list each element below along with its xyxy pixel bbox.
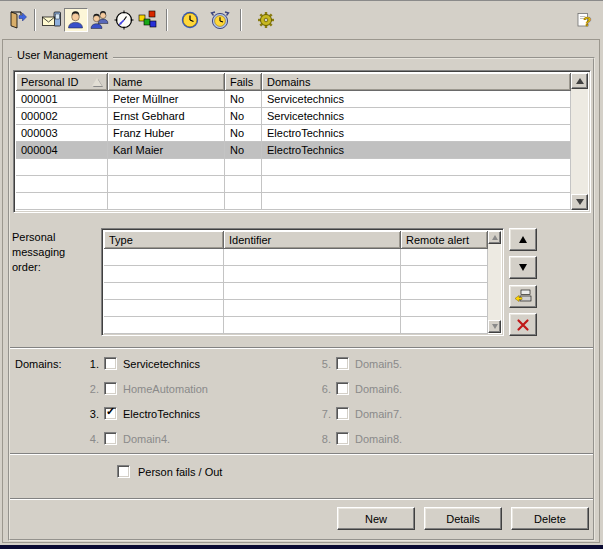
exit-button[interactable] [6, 8, 30, 32]
column-header-fails[interactable]: Fails [225, 73, 262, 91]
user-management-window: ? User Management Personal IDNameFailsDo… [0, 0, 603, 549]
sort-ascending-icon [92, 78, 102, 86]
modules-button[interactable] [136, 8, 160, 32]
domains-column-1: 1.Servicetechnics2.HomeAutomation3.✓Elec… [83, 351, 208, 451]
scroll-down-button[interactable] [571, 194, 588, 210]
domain-checkbox [336, 407, 349, 420]
column-header-label: Identifier [229, 234, 271, 246]
domain-item-domain6: 6.Domain6. [315, 376, 402, 401]
section-divider [10, 498, 593, 500]
table-cell: Karl Maier [108, 142, 225, 159]
column-header-remote-alert[interactable]: Remote alert [401, 231, 488, 249]
messaging-device-button[interactable] [40, 8, 64, 32]
column-header-domains[interactable]: Domains [262, 73, 571, 91]
users-table-row[interactable]: 000004Karl MaierNoElectroTechnics [16, 142, 571, 159]
column-header-label: Domains [267, 76, 310, 88]
groupbox-title: User Management [12, 49, 113, 61]
messaging-table-body [104, 249, 488, 334]
user-button[interactable] [64, 8, 88, 32]
column-header-label: Personal ID [21, 76, 78, 88]
table-cell [401, 300, 488, 317]
users-table-scrollbar[interactable] [571, 73, 588, 210]
users-icon [89, 9, 111, 31]
table-cell: Franz Huber [108, 125, 225, 142]
alarm-clock-icon [209, 9, 231, 31]
messaging-table-row-empty[interactable] [104, 300, 488, 317]
table-cell [401, 249, 488, 266]
scroll-up-button[interactable] [488, 231, 501, 244]
user-icon [65, 9, 87, 31]
domain-label: Domain6. [355, 383, 402, 395]
exit-icon [7, 9, 29, 31]
details-button[interactable]: Details [424, 507, 502, 530]
domain-label: Domain7. [355, 408, 402, 420]
column-header-label: Name [113, 76, 142, 88]
domain-checkbox[interactable]: ✓ [104, 407, 117, 420]
column-header-identifier[interactable]: Identifier [224, 231, 401, 249]
table-cell: ElectroTechnics [262, 142, 571, 159]
help-button[interactable]: ? [573, 8, 597, 32]
toolbar-separator [34, 9, 36, 31]
messaging-table-row-empty[interactable] [104, 317, 488, 334]
settings-gear-icon [255, 9, 277, 31]
column-header-type[interactable]: Type [104, 231, 224, 249]
messaging-table-row-empty[interactable] [104, 249, 488, 266]
messaging-table-scrollbar[interactable] [488, 231, 501, 333]
users-button[interactable] [88, 8, 112, 32]
table-cell [401, 317, 488, 334]
table-cell: No [225, 125, 262, 142]
toolbar-separator [240, 9, 242, 31]
modules-icon [137, 9, 159, 31]
timer-button[interactable] [112, 8, 136, 32]
delete-entry-button[interactable] [509, 313, 537, 336]
table-cell: Ernst Gebhard [108, 108, 225, 125]
messaging-table-row-empty[interactable] [104, 283, 488, 300]
messaging-table-header: TypeIdentifierRemote alert [104, 231, 488, 249]
new-button[interactable]: New [337, 507, 415, 530]
clock-button[interactable] [178, 8, 202, 32]
alarm-clock-button[interactable] [208, 8, 232, 32]
domain-checkbox[interactable] [104, 357, 117, 370]
table-cell [104, 317, 224, 334]
users-table-row[interactable]: 000003Franz HuberNoElectroTechnics [16, 125, 571, 142]
section-divider [10, 347, 593, 349]
users-table: Personal IDNameFailsDomains 000001Peter … [13, 70, 591, 213]
move-down-button[interactable] [509, 256, 537, 279]
table-cell [104, 283, 224, 300]
table-cell: 000002 [16, 108, 108, 125]
messaging-table-row-empty[interactable] [104, 266, 488, 283]
person-fails-label: Person fails / Out [138, 466, 222, 478]
users-table-row[interactable]: 000001Peter MüllnerNoServicetechnics [16, 91, 571, 108]
users-table-row-empty[interactable] [16, 159, 571, 176]
domain-number: 6. [315, 383, 331, 395]
table-cell [224, 249, 401, 266]
column-header-personal-id[interactable]: Personal ID [16, 73, 108, 91]
person-fails-checkbox[interactable] [117, 465, 130, 478]
users-table-row-empty[interactable] [16, 176, 571, 193]
down-arrow-icon [519, 264, 527, 271]
column-header-label: Type [109, 234, 133, 246]
delete-button[interactable]: Delete [511, 507, 589, 530]
table-cell [16, 159, 108, 176]
scroll-down-button[interactable] [488, 320, 501, 333]
table-cell [104, 266, 224, 283]
domain-number: 7. [315, 408, 331, 420]
domain-item-homeautomation: 2.HomeAutomation [83, 376, 208, 401]
domain-number: 1. [83, 358, 99, 370]
person-fails-row: Person fails / Out [117, 465, 222, 478]
table-cell [401, 266, 488, 283]
settings-button[interactable] [254, 8, 278, 32]
users-table-row[interactable]: 000002Ernst GebhardNoServicetechnics [16, 108, 571, 125]
move-up-button[interactable] [509, 228, 537, 251]
users-table-row-empty[interactable] [16, 193, 571, 210]
domain-label: HomeAutomation [123, 383, 208, 395]
scroll-up-button[interactable] [571, 73, 588, 89]
column-header-name[interactable]: Name [108, 73, 225, 91]
table-cell [401, 283, 488, 300]
domain-item-domain7: 7.Domain7. [315, 401, 402, 426]
table-cell: No [225, 142, 262, 159]
column-header-label: Remote alert [406, 234, 469, 246]
assign-device-button[interactable] [509, 285, 537, 308]
table-cell: Peter Müllner [108, 91, 225, 108]
scroll-down-icon [576, 199, 584, 205]
